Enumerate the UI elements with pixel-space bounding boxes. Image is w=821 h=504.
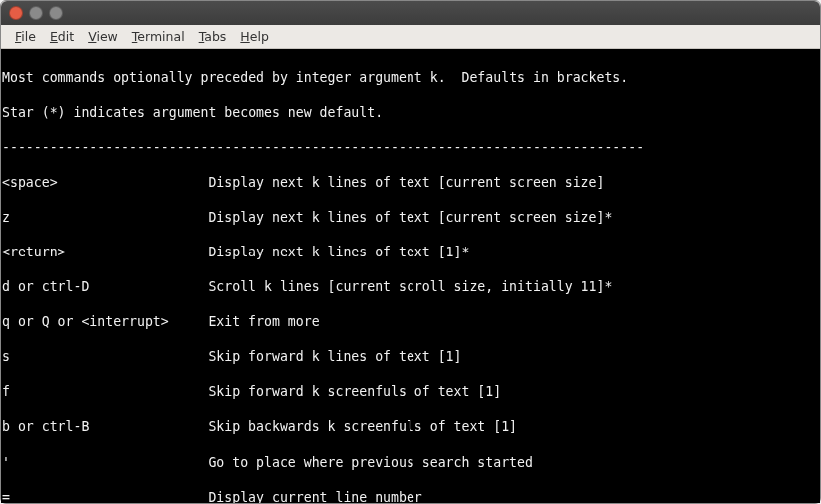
help-desc: Display next k lines of text [current sc…: [208, 210, 612, 225]
help-desc: Skip forward k screenfuls of text [1]: [208, 384, 501, 399]
help-key: d or ctrl-D: [2, 278, 208, 296]
help-desc: Scroll k lines [current scroll size, ini…: [208, 279, 612, 294]
terminal-pane[interactable]: Most commands optionally preceded by int…: [1, 49, 820, 503]
help-desc: Go to place where previous search starte…: [208, 455, 533, 470]
help-key: ': [2, 454, 208, 472]
help-key: b or ctrl-B: [2, 418, 208, 436]
help-key: <space>: [2, 174, 208, 192]
help-row: fSkip forward k screenfuls of text [1]: [2, 383, 820, 401]
menu-help[interactable]: Help: [234, 27, 275, 46]
menu-view[interactable]: View: [82, 27, 124, 46]
minimize-icon[interactable]: [29, 6, 43, 20]
help-key: s: [2, 348, 208, 366]
help-desc: Skip backwards k screenfuls of text [1]: [208, 419, 517, 434]
maximize-icon[interactable]: [49, 6, 63, 20]
menubar: File Edit View Terminal Tabs Help: [1, 25, 820, 49]
help-row: sSkip forward k lines of text [1]: [2, 348, 820, 366]
close-icon[interactable]: [9, 6, 23, 20]
help-desc: Exit from more: [208, 314, 319, 329]
help-key: q or Q or <interrupt>: [2, 313, 208, 331]
intro-line: Star (*) indicates argument becomes new …: [2, 104, 820, 122]
help-row: d or ctrl-DScroll k lines [current scrol…: [2, 278, 820, 296]
separator: ----------------------------------------…: [2, 139, 820, 157]
help-key: <return>: [2, 244, 208, 261]
help-key: f: [2, 383, 208, 401]
help-row: <space>Display next k lines of text [cur…: [2, 174, 820, 192]
terminal-window: File Edit View Terminal Tabs Help Most c…: [0, 0, 821, 504]
intro-line: Most commands optionally preceded by int…: [2, 69, 820, 87]
help-row: 'Go to place where previous search start…: [2, 454, 820, 472]
help-desc: Skip forward k lines of text [1]: [208, 349, 461, 364]
help-desc: Display next k lines of text [current sc…: [208, 175, 604, 190]
menu-file[interactable]: File: [9, 27, 42, 46]
menu-terminal[interactable]: Terminal: [126, 27, 191, 46]
help-desc: Display next k lines of text [1]*: [208, 245, 469, 259]
help-row: q or Q or <interrupt>Exit from more: [2, 313, 820, 331]
menu-tabs[interactable]: Tabs: [193, 27, 233, 46]
help-row: zDisplay next k lines of text [current s…: [2, 209, 820, 227]
help-desc: Display current line number: [208, 490, 421, 503]
window-titlebar: [1, 1, 820, 25]
help-row: <return>Display next k lines of text [1]…: [2, 244, 820, 261]
help-key: =: [2, 489, 208, 503]
menu-edit[interactable]: Edit: [44, 27, 80, 46]
help-row: =Display current line number: [2, 489, 820, 503]
help-key: z: [2, 209, 208, 227]
help-row: b or ctrl-BSkip backwards k screenfuls o…: [2, 418, 820, 436]
